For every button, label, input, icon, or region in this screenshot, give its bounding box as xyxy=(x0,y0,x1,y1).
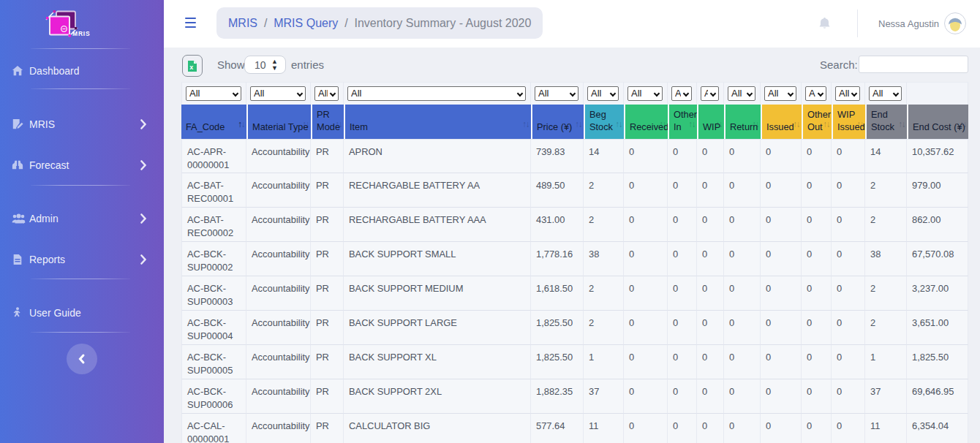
svg-text:MRIS: MRIS xyxy=(72,30,90,37)
svg-text:x: x xyxy=(189,64,193,71)
